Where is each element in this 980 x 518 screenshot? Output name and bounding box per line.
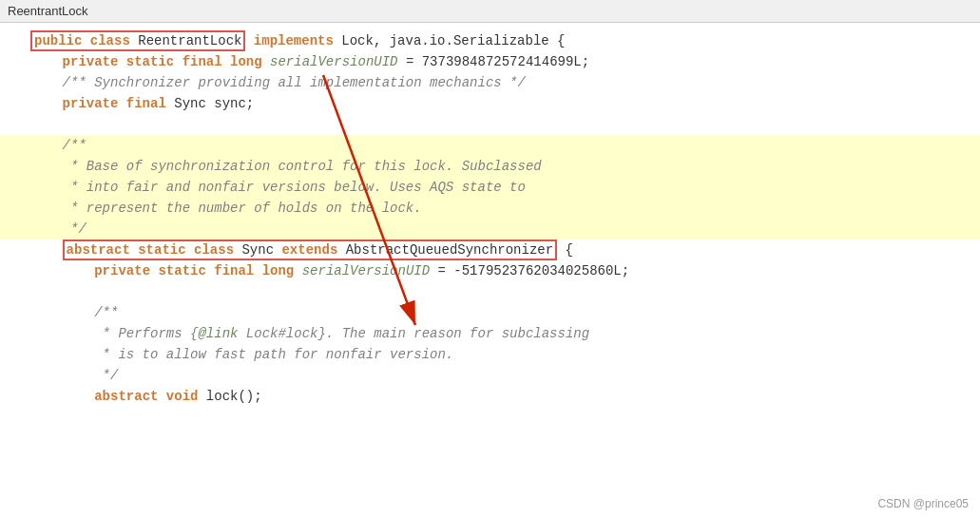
line-3: /** Synchronizer providing all implement… (0, 72, 980, 93)
line-17: */ (0, 365, 980, 386)
line-2: private static final long serialVersionU… (0, 51, 980, 72)
line-content-15: * Performs {@link Lock#lock}. The main r… (27, 323, 980, 344)
line-content-2: private static final long serialVersionU… (27, 51, 980, 72)
watermark-label: CSDN @prince05 (877, 497, 969, 510)
line-content-18: abstract void lock(); (27, 386, 980, 407)
title-label: ReentrantLock (8, 4, 88, 18)
line-1: public class ReentrantLock implements Lo… (0, 30, 980, 51)
line-14: /** (0, 302, 980, 323)
line-4: private final Sync sync; (0, 93, 980, 114)
line-content-10: */ (27, 219, 980, 240)
line-9: * represent the number of holds on the l… (0, 198, 980, 219)
line-7: * Base of synchronization control for th… (0, 156, 980, 177)
line-18: abstract void lock(); (0, 386, 980, 407)
line-content-11: abstract static class Sync extends Abstr… (27, 240, 980, 260)
line-content-3: /** Synchronizer providing all implement… (27, 72, 980, 93)
line-content-16: * is to allow fast path for nonfair vers… (27, 344, 980, 365)
line-11: abstract static class Sync extends Abstr… (0, 240, 980, 260)
line-content-4: private final Sync sync; (27, 93, 980, 114)
line-13 (0, 281, 980, 302)
title-bar: ReentrantLock (0, 0, 980, 23)
line-16: * is to allow fast path for nonfair vers… (0, 344, 980, 365)
line-content-14: /** (27, 302, 980, 323)
line-15: * Performs {@link Lock#lock}. The main r… (0, 323, 980, 344)
line-6: /** (0, 135, 980, 156)
line-content-8: * into fair and nonfair versions below. … (27, 177, 980, 198)
line-content-13 (27, 281, 980, 302)
line-10: */ (0, 219, 980, 240)
code-area: public class ReentrantLock implements Lo… (0, 23, 980, 518)
line-12: private static final long serialVersionU… (0, 260, 980, 281)
line-content-12: private static final long serialVersionU… (27, 260, 980, 281)
line-content-1: public class ReentrantLock implements Lo… (27, 30, 980, 51)
line-content-7: * Base of synchronization control for th… (27, 156, 980, 177)
line-content-17: */ (27, 365, 980, 386)
line-8: * into fair and nonfair versions below. … (0, 177, 980, 198)
line-content-6: /** (27, 135, 980, 156)
line-content-9: * represent the number of holds on the l… (27, 198, 980, 219)
line-5 (0, 114, 980, 135)
line-content-5 (27, 114, 980, 135)
